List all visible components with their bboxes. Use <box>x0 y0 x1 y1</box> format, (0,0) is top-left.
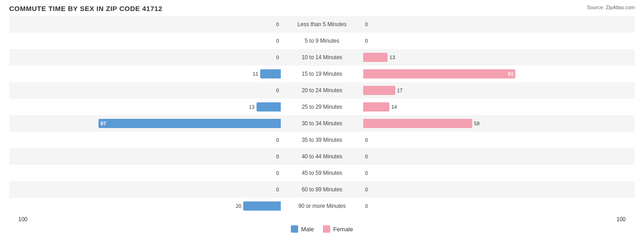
legend-male-label: Male <box>301 226 314 233</box>
row-label: 60 to 89 Minutes <box>285 186 359 193</box>
chart-title: COMMUTE TIME BY SEX IN ZIP CODE 41712 <box>9 5 635 12</box>
bar-row: 9730 to 34 Minutes58 <box>9 115 635 132</box>
legend-male: Male <box>291 225 314 233</box>
chart-container: COMMUTE TIME BY SEX IN ZIP CODE 41712 So… <box>0 0 644 240</box>
row-label: 20 to 24 Minutes <box>285 87 359 94</box>
row-label: 90 or more Minutes <box>285 203 359 209</box>
bar-row: 1115 to 19 Minutes81 <box>9 66 635 82</box>
bar-row: 060 to 89 Minutes0 <box>9 181 635 198</box>
row-label: 40 to 44 Minutes <box>285 153 359 160</box>
axis-right: 100 <box>617 216 626 223</box>
bar-row: 05 to 9 Minutes0 <box>9 33 635 49</box>
bar-row: 2090 or more Minutes0 <box>9 198 635 214</box>
axis-labels: 100 100 <box>9 216 635 223</box>
row-label: 10 to 14 Minutes <box>285 54 359 61</box>
source-label: Source: ZipAtlas.com <box>587 5 635 10</box>
row-label: 30 to 34 Minutes <box>285 120 359 127</box>
row-label: 45 to 59 Minutes <box>285 170 359 176</box>
legend: Male Female <box>9 225 635 233</box>
row-label: 35 to 39 Minutes <box>285 137 359 143</box>
bar-row: 020 to 24 Minutes17 <box>9 82 635 99</box>
row-label: 5 to 9 Minutes <box>285 38 359 44</box>
rows-area: 0Less than 5 Minutes005 to 9 Minutes0010… <box>9 16 635 214</box>
row-label: Less than 5 Minutes <box>285 21 359 28</box>
axis-left: 100 <box>18 216 27 223</box>
legend-male-box <box>291 225 298 233</box>
legend-female: Female <box>323 225 353 233</box>
bar-row: 035 to 39 Minutes0 <box>9 132 635 148</box>
row-label: 15 to 19 Minutes <box>285 71 359 77</box>
bar-row: 1325 to 29 Minutes14 <box>9 99 635 115</box>
bar-row: 045 to 59 Minutes0 <box>9 165 635 181</box>
bar-row: 040 to 44 Minutes0 <box>9 148 635 165</box>
legend-female-box <box>323 225 330 233</box>
bar-row: 0Less than 5 Minutes0 <box>9 16 635 33</box>
row-label: 25 to 29 Minutes <box>285 104 359 110</box>
bar-row: 010 to 14 Minutes13 <box>9 49 635 66</box>
legend-female-label: Female <box>333 226 353 233</box>
